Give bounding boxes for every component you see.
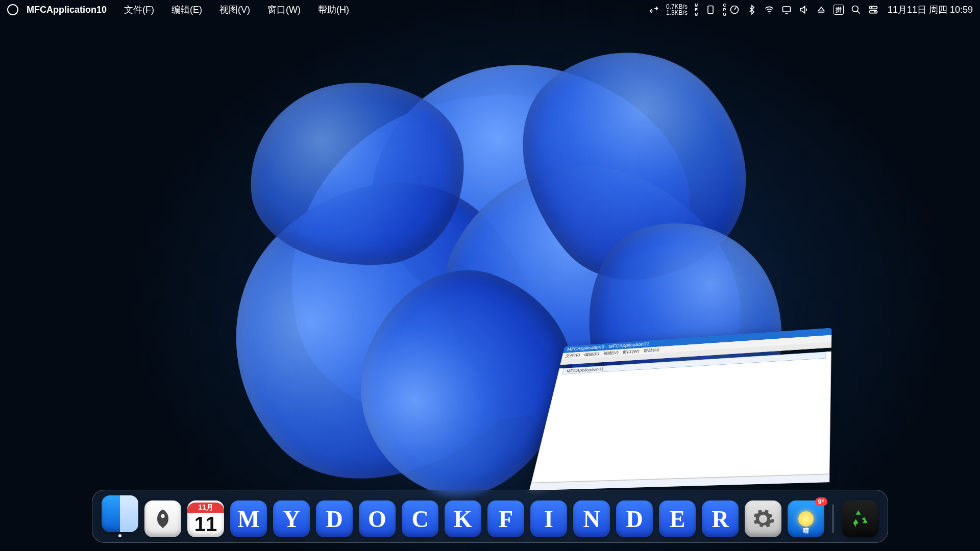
- menu-file[interactable]: 文件(F): [117, 4, 161, 16]
- dock-item-launchpad[interactable]: [144, 500, 181, 537]
- win-menu-view[interactable]: 视图(V): [603, 350, 619, 356]
- mem-icon[interactable]: [705, 5, 716, 15]
- net-down: 1.3KB/s: [666, 10, 688, 16]
- dock-letter-d2[interactable]: D: [616, 500, 653, 537]
- menu-window[interactable]: 窗口(W): [260, 4, 308, 16]
- bluetooth-icon[interactable]: [747, 5, 757, 15]
- svg-point-8: [874, 11, 876, 13]
- dock-item-recycle[interactable]: [842, 500, 878, 537]
- mem-label: MEM: [695, 3, 699, 17]
- wifi-icon[interactable]: [764, 5, 774, 15]
- svg-rect-3: [782, 7, 790, 12]
- menubar: MFCApplication10 文件(F) 编辑(E) 视图(V) 窗口(W)…: [0, 0, 980, 19]
- svg-point-2: [769, 13, 770, 14]
- tray: 0.7KB/s 1.3KB/s MEM CPU 拼 11月11日 周四 10:5…: [649, 3, 973, 17]
- net-speed[interactable]: 0.7KB/s 1.3KB/s: [666, 4, 688, 16]
- menu-view[interactable]: 视图(V): [212, 4, 257, 16]
- menu-help[interactable]: 帮助(H): [311, 4, 356, 16]
- ime-icon[interactable]: 拼: [834, 5, 844, 15]
- dock-item-calendar[interactable]: 11月 11: [187, 500, 224, 537]
- datetime[interactable]: 11月11日 周四 10:59: [888, 4, 973, 16]
- svg-point-4: [852, 6, 858, 12]
- volume-icon[interactable]: [799, 5, 809, 15]
- window-client-area: MFCApplication31: [531, 352, 831, 483]
- dock-letter-f[interactable]: F: [487, 500, 524, 537]
- dock-letter-r[interactable]: R: [702, 500, 739, 537]
- weather-label: 晴: [788, 527, 824, 535]
- calendar-day: 11: [194, 513, 217, 536]
- win-menu-window[interactable]: 窗口(W): [622, 348, 640, 355]
- net-activity-icon[interactable]: [649, 5, 659, 15]
- dock-letter-y[interactable]: Y: [273, 500, 310, 537]
- rocket-icon: [152, 508, 174, 530]
- finder-icon: [102, 495, 138, 532]
- dock-item-finder[interactable]: [102, 495, 138, 537]
- control-center-icon[interactable]: [868, 5, 878, 15]
- eject-icon[interactable]: [816, 5, 826, 15]
- weather-temp-badge: 9°: [815, 497, 827, 506]
- calendar-month: 11月: [187, 503, 224, 513]
- svg-rect-0: [708, 6, 713, 14]
- win-menu-file[interactable]: 文件(F): [565, 353, 581, 359]
- dock-letter-c[interactable]: C: [402, 500, 438, 537]
- menu-edit[interactable]: 编辑(E): [164, 4, 209, 16]
- dock-letter-m[interactable]: M: [230, 500, 267, 537]
- monitor-icon[interactable]: [781, 5, 792, 15]
- dock-letter-k[interactable]: K: [445, 500, 481, 537]
- recycle-icon: [850, 509, 870, 529]
- dock-letter-n[interactable]: N: [573, 500, 610, 537]
- search-icon[interactable]: [851, 5, 861, 15]
- cpu-gauge-icon[interactable]: [729, 5, 740, 15]
- svg-point-7: [871, 7, 872, 8]
- gear-icon: [751, 507, 775, 531]
- win-menu-help[interactable]: 帮助(H): [643, 347, 660, 354]
- sun-icon: [798, 511, 814, 527]
- dock-letter-i[interactable]: I: [530, 500, 567, 537]
- cpu-label: CPU: [723, 3, 726, 17]
- dock-letter-o[interactable]: O: [359, 500, 396, 537]
- svg-rect-6: [869, 11, 877, 13]
- dock-letter-e[interactable]: E: [659, 500, 696, 537]
- dock-item-weather[interactable]: 9° 晴: [788, 500, 824, 537]
- dock: 11月 11 M Y D O C K F I N D E R 9° 晴: [92, 490, 888, 543]
- dock-separator: [832, 505, 834, 533]
- minimizing-window[interactable]: MFCApplication3 - MFCApplication31 文件(F)…: [510, 286, 827, 510]
- system-logo-icon[interactable]: [7, 4, 18, 15]
- dock-item-settings[interactable]: [745, 500, 781, 537]
- app-name[interactable]: MFCApplication10: [27, 5, 107, 15]
- svg-rect-5: [869, 6, 877, 9]
- win-menu-edit[interactable]: 编辑(E): [583, 352, 600, 358]
- running-indicator: [118, 534, 121, 537]
- dock-letter-d[interactable]: D: [316, 500, 353, 537]
